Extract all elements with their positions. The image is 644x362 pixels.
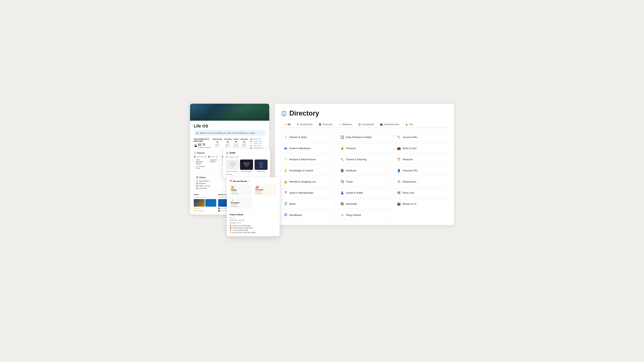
tab-entertainment-label: Entertainment (384, 123, 399, 126)
tab-entertainment[interactable]: 🎬 Entertainment (377, 121, 402, 128)
tab-wellness-icon: ⚡ (338, 123, 341, 126)
dir-spots[interactable]: 📍 Spots & Memberships (280, 188, 335, 197)
dir-knowledge-label: Knowledge & Content (290, 169, 313, 172)
dir-goals-icon: 🏔 (284, 147, 288, 150)
dir-notebook[interactable]: 📓 Notebook (337, 166, 392, 175)
dir-movies-tv-label: Movies & TV (403, 203, 416, 205)
dir-closet[interactable]: 👗 Closet & Outfits (337, 188, 392, 197)
outfit-sweatshirt: 🤍 White Sweatshirt (226, 159, 239, 172)
dir-music-icon: 🎵 (284, 202, 288, 206)
directory-title: Directory (290, 109, 319, 117)
dir-planner-tasks-label: Planner & Tasks (290, 136, 307, 139)
life-os-wrapper: Life OS 🌊 Balance is not something you f… (190, 104, 269, 258)
outfit-card: 👔 Outfit 👔 Today's Outfit 🤍 White Sweats… (223, 149, 270, 178)
outfit-title: 👔 Outfit (226, 152, 268, 154)
meals-title: Today's Meals (230, 213, 277, 216)
dir-chores-icon: 🔧 (340, 158, 344, 161)
dir-closet-label: Closet & Outfits (346, 191, 363, 194)
tab-all-label: All (288, 123, 291, 126)
planner-yesterday: ⬤ Yesterday 3 Start Quarterly Report 🛒 G… (194, 156, 207, 172)
dir-work-care[interactable]: 💼 Work & Care (394, 144, 448, 153)
dir-travel[interactable]: ✈️ Travel (337, 177, 392, 186)
dir-plant-care[interactable]: 🌿 Plant Care (394, 188, 448, 197)
dir-daily-routines-icon: 🔄 (340, 135, 344, 139)
dir-music-label: Music (290, 203, 296, 205)
dir-daily-routines[interactable]: 🔄 Daily Routines & Habits (337, 133, 392, 142)
dir-finances-icon: 💰 (340, 146, 344, 150)
outfit-sweatshirt-name: White Sweatshirt (226, 171, 239, 172)
mood-meal-card: 📅 Recent Moods ▾ 😊 Happy Last Felt 2 day… (227, 177, 280, 236)
dir-goals-label: Goals & Milestones (290, 147, 310, 150)
dir-restaurants[interactable]: ☕ Restaurants,... (394, 177, 448, 186)
dir-knowledge-icon: 💡 (284, 169, 288, 172)
dir-moodboard-icon: 🖼 (284, 213, 288, 217)
tab-all-icon: ⚡ (284, 123, 286, 126)
dir-restaurants-icon: ☕ (397, 180, 401, 183)
tab-out[interactable]: 🔒 Out (402, 121, 416, 128)
dir-workouts[interactable]: 🏋 Workouts (394, 155, 448, 164)
dir-goals[interactable]: 🏔 Goals & Milestones (280, 144, 335, 153)
planner-today: ⬤ Today 3 Organize Photos (208, 156, 221, 172)
meals-section: Today's Meals Dec 21 Cook Time: 100 min … (230, 211, 277, 234)
tab-personal[interactable]: 👤 Personal (316, 121, 335, 128)
plant-fiddle: 🌿 Fiddle Leaf Fig (196, 185, 230, 187)
forecast-wednesday: Wednesday 🌤 54 °F 47 °F (213, 138, 222, 149)
weather-label: WEATHER (194, 140, 210, 142)
quote-icon: 🌊 (196, 132, 199, 134)
dir-bookshelf[interactable]: 📚 Bookshelf (337, 199, 392, 209)
weather-city: SAN FRANCISCO (194, 138, 210, 140)
dir-finances[interactable]: 💰 Finances (337, 144, 392, 153)
meal-2: 🟠 Peanut Butter Energy Balls (230, 227, 277, 229)
calories: Calories: 1,475 (230, 222, 277, 224)
dir-movies-tv[interactable]: 🎬 Movies & TV (394, 199, 448, 209)
moods-grid: 😊 Happy Last Felt 2 days ago 🎯 Focused L… (230, 184, 277, 209)
weather-location: SAN FRANCISCO WEATHER 🌤 51 °F scattered … (194, 138, 210, 149)
outfits-link[interactable]: & Outfits (226, 173, 268, 175)
travel-col: Travel + Upcoming Trips 🌟 Paris 🌟 Los An… (194, 194, 216, 212)
dir-spots-label: Spots & Memberships (290, 191, 314, 194)
tab-productivity-label: Productivity (300, 123, 312, 126)
stat-month: Month: 61% (250, 140, 266, 142)
dir-wishlist-label: Wishlist & Shopping List (290, 180, 316, 183)
dir-restaurants-label: Restaurants,... (403, 180, 419, 183)
dir-moodboard[interactable]: 🖼 Moodboard (280, 210, 335, 219)
tab-household[interactable]: 🏠 Household (355, 121, 377, 128)
outfit-pant-name: Keala Pant (254, 171, 268, 172)
dir-finances-label: Finances (346, 147, 356, 150)
dir-bookshelf-icon: 📚 (340, 202, 344, 206)
dir-plant-care-icon: 🌿 (397, 191, 401, 195)
tab-wellness[interactable]: ⚡ Wellness (335, 121, 355, 128)
directory-header: ⚖️ Directory (280, 109, 448, 117)
dir-spots-icon: 📍 (284, 191, 288, 195)
dir-planner-tasks[interactable]: ⚡ Planner & Tasks (280, 133, 335, 142)
tab-productivity[interactable]: ⚙ Productivity (294, 121, 316, 128)
dir-wishlist[interactable]: 🔒 Wishlist & Shopping List (280, 177, 335, 186)
forecast-thursday: Thursday 🌤 56 °F 51 °F (224, 138, 232, 149)
dir-journal[interactable]: ✏️ Journal & Mo... (394, 133, 448, 142)
directory-panel: ⚖️ Directory ⚡ All ⚙ Productivity 👤 Pers… (275, 104, 454, 225)
tab-household-icon: 🏠 (358, 123, 361, 126)
dir-closet-icon: 👗 (340, 191, 344, 195)
outfit-pant: 👖 Keala Pant (254, 159, 268, 172)
dir-chores[interactable]: 🔧 Chores & Cleaning (337, 155, 392, 164)
meal-date: Dec 21 (230, 217, 277, 219)
dir-planner-tasks-icon: ⚡ (284, 135, 288, 139)
tab-all[interactable]: ⚡ All (280, 121, 294, 128)
dir-filing-cabinet[interactable]: 🗂 Filing Cabinet (337, 210, 392, 219)
life-os-title: Life OS (194, 124, 266, 129)
dir-moodboard-label: Moodboard (290, 214, 302, 216)
mood-happy: 😊 Happy Last Felt 2 days ago (230, 184, 252, 196)
dir-recipes[interactable]: 🍴 Recipes & Meal Planner (280, 155, 335, 164)
weather-temp: 51 °F (198, 143, 210, 146)
dir-personal-crm[interactable]: 👤 Personal CRI... (394, 166, 448, 175)
dir-movies-tv-icon: 🎬 (397, 202, 401, 206)
dir-recipes-label: Recipes & Meal Planner (290, 158, 316, 161)
travel-link[interactable]: + Upcoming Trips (194, 196, 216, 198)
plant-needs-water: 💧 Needs Water ▾ (196, 180, 230, 182)
directory-icon: ⚖️ (280, 110, 287, 116)
dir-music[interactable]: 🎵 Music (280, 199, 335, 209)
weather-forecast: Wednesday 🌤 54 °F 47 °F Thursday 🌤 56 °F… (213, 138, 248, 149)
dir-knowledge[interactable]: 💡 Knowledge & Content (280, 166, 335, 175)
tab-personal-icon: 👤 (318, 123, 322, 126)
dir-filing-cabinet-icon: 🗂 (340, 213, 344, 217)
